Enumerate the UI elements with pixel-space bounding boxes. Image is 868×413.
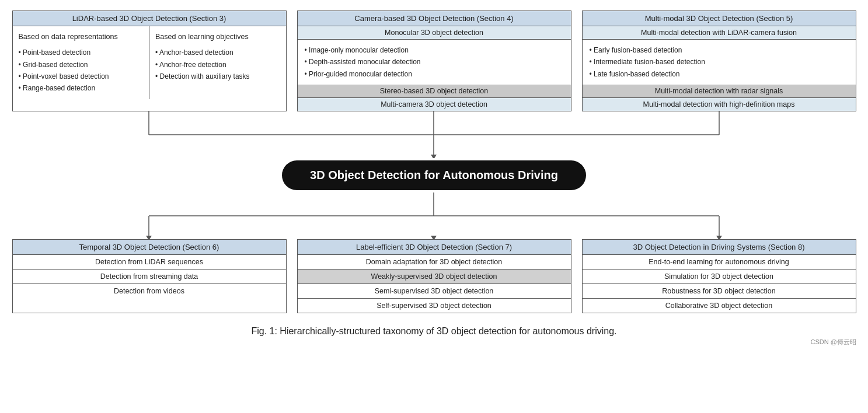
camera-stereo-header: Stereo-based 3D object detection xyxy=(298,85,571,98)
lidar-right-item-1: Anchor-based detection xyxy=(155,47,280,58)
label-efficient-header: Label-efficient 3D Object Detection (Sec… xyxy=(298,240,571,255)
diagram-wrapper: LiDAR-based 3D Object Detection (Section… xyxy=(12,10,856,346)
svg-marker-6 xyxy=(431,155,437,158)
lidar-item-1: Point-based detection xyxy=(19,47,144,58)
bottom-connector xyxy=(12,192,856,239)
camera-mono-content: Image-only monocular detection Depth-ass… xyxy=(298,40,571,85)
lidar-right-item-3: Detection with auxiliary tasks xyxy=(155,71,280,82)
lidar-box: LiDAR-based 3D Object Detection (Section… xyxy=(12,10,287,111)
camera-box-header: Camera-based 3D Object Detection (Sectio… xyxy=(298,11,571,26)
lidar-right-item-2: Anchor-free detection xyxy=(155,59,280,71)
temporal-header: Temporal 3D Object Detection (Section 6) xyxy=(13,240,286,255)
multimodal-box: Multi-modal 3D Object Detection (Section… xyxy=(582,10,856,111)
label-efficient-box: Label-efficient 3D Object Detection (Sec… xyxy=(297,239,571,313)
lidar-split-right: Based on learning objectives Anchor-base… xyxy=(149,26,286,99)
center-box: 3D Object Detection for Autonomous Drivi… xyxy=(282,160,586,190)
camera-multicam-header: Multi-camera 3D object detection xyxy=(298,98,571,111)
label-row-4: Self-supervised 3D object detection xyxy=(298,299,571,313)
camera-item-1: Image-only monocular detection xyxy=(305,44,564,56)
watermark: CSDN @傅云昭 xyxy=(12,338,856,346)
driving-row-2: Simulation for 3D object detection xyxy=(583,270,856,284)
svg-marker-14 xyxy=(431,236,437,239)
driving-systems-header: 3D Object Detection in Driving Systems (… xyxy=(583,240,856,255)
camera-box: Camera-based 3D Object Detection (Sectio… xyxy=(297,10,571,111)
multimodal-item-3: Late fusion-based detection xyxy=(590,68,849,80)
label-row-2: Weakly-supervised 3D object detection xyxy=(298,270,571,284)
driving-systems-box: 3D Object Detection in Driving Systems (… xyxy=(582,239,856,313)
svg-marker-10 xyxy=(146,236,152,239)
temporal-row-2: Detection from streaming data xyxy=(13,270,286,284)
lidar-item-3: Point-voxel based detection xyxy=(19,71,144,82)
multimodal-fusion-content: Early fusion-based detection Intermediat… xyxy=(583,40,856,85)
label-row-1: Domain adaptation for 3D object detectio… xyxy=(298,255,571,270)
lidar-box-header: LiDAR-based 3D Object Detection (Section… xyxy=(13,11,286,26)
temporal-row-1: Detection from LiDAR sequences xyxy=(13,255,286,270)
multimodal-radar-header: Multi-modal detection with radar signals xyxy=(583,85,856,98)
label-row-3: Semi-supervised 3D object detection xyxy=(298,284,571,299)
top-row: LiDAR-based 3D Object Detection (Section… xyxy=(12,10,856,111)
svg-marker-13 xyxy=(716,236,722,239)
lidar-left-subheader: Based on data representations xyxy=(19,31,144,43)
multimodal-box-header: Multi-modal 3D Object Detection (Section… xyxy=(583,11,856,26)
temporal-box: Temporal 3D Object Detection (Section 6)… xyxy=(12,239,287,313)
lidar-item-2: Grid-based detection xyxy=(19,59,144,71)
multimodal-hdmap-header: Multi-modal detection with high-definiti… xyxy=(583,98,856,111)
bottom-row: Temporal 3D Object Detection (Section 6)… xyxy=(12,239,856,313)
multimodal-item-2: Intermediate fusion-based detection xyxy=(590,56,849,68)
driving-row-1: End-to-end learning for autonomous drivi… xyxy=(583,255,856,270)
lidar-right-subheader: Based on learning objectives xyxy=(155,31,280,43)
center-area: 3D Object Detection for Autonomous Drivi… xyxy=(282,160,586,190)
bottom-connector-svg xyxy=(12,192,856,239)
caption: Fig. 1: Hierarchically-structured taxono… xyxy=(251,326,616,337)
top-connector xyxy=(12,111,856,158)
lidar-split-left: Based on data representations Point-base… xyxy=(13,26,150,99)
camera-item-3: Prior-guided monocular detection xyxy=(305,68,564,80)
temporal-row-3: Detection from videos xyxy=(13,284,286,298)
driving-row-4: Collaborative 3D object detection xyxy=(583,299,856,313)
lidar-item-4: Range-based detection xyxy=(19,82,144,94)
lidar-box-split: Based on data representations Point-base… xyxy=(13,26,286,99)
multimodal-lidar-header: Multi-modal detection with LiDAR-camera … xyxy=(583,26,856,40)
multimodal-item-1: Early fusion-based detection xyxy=(590,44,849,56)
camera-item-2: Depth-assisted monocular detection xyxy=(305,56,564,68)
top-connector-svg xyxy=(12,111,856,158)
driving-row-3: Robustness for 3D object detection xyxy=(583,284,856,299)
camera-mono-header: Monocular 3D object detection xyxy=(298,26,571,40)
